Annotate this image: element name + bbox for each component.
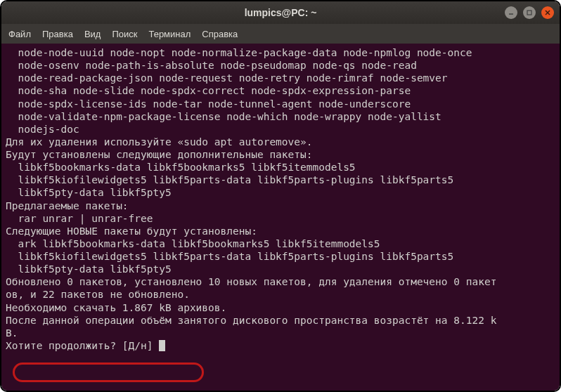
terminal-line: node-node-uuid node-nopt node-normalize-… (6, 46, 555, 59)
menu-terminal[interactable]: Терминал (148, 29, 191, 39)
terminal-line: ark libkf5bookmarks-data libkf5bookmarks… (6, 237, 555, 250)
terminal-line: libkf5kiofilewidgets5 libkf5parts-data l… (6, 174, 555, 186)
terminal-line: Предлагаемые пакеты: (6, 200, 555, 212)
terminal-line: libkf5bookmarks-data libkf5bookmarks5 li… (6, 161, 555, 174)
terminal-line: node-validate-npm-package-license node-w… (6, 110, 555, 123)
prompt-line: Хотите продолжить? [Д/н] (6, 340, 159, 351)
terminal-line: libkf5pty-data libkf5pty5 (6, 263, 555, 275)
menu-file[interactable]: Файл (8, 29, 31, 39)
menubar: Файл Правка Вид Поиск Терминал Справка (1, 24, 560, 44)
terminal-line: Обновлено 0 пакетов, установлено 10 новы… (6, 275, 555, 288)
titlebar: lumpics@PC: ~ (1, 1, 560, 24)
terminal-line: node-read-package-json node-request node… (6, 72, 555, 84)
minimize-icon (508, 9, 515, 16)
svg-rect-1 (527, 11, 531, 15)
terminal-output[interactable]: node-node-uuid node-nopt node-normalize-… (1, 44, 560, 391)
terminal-line: Следующие НОВЫЕ пакеты будут установлены… (6, 225, 555, 237)
terminal-line: B. (6, 327, 555, 339)
terminal-line: После данной операции объём занятого дис… (6, 314, 555, 327)
window-title: lumpics@PC: ~ (245, 7, 317, 18)
terminal-line: Для их удаления используйте «sudo apt au… (6, 136, 555, 148)
cursor (159, 340, 165, 351)
terminal-line: nodejs-doc (6, 123, 555, 136)
terminal-line: node-osenv node-path-is-absolute node-ps… (6, 59, 555, 72)
terminal-line: Будут установлены следующие дополнительн… (6, 148, 555, 161)
terminal-window: lumpics@PC: ~ Файл Правка Вид Поиск Терм… (1, 1, 560, 391)
menu-help[interactable]: Справка (202, 29, 238, 39)
maximize-button[interactable] (523, 6, 536, 19)
maximize-icon (526, 9, 533, 16)
terminal-line: ов, и 22 пакетов не обновлено. (6, 288, 555, 301)
menu-search[interactable]: Поиск (112, 29, 137, 39)
terminal-line: Необходимо скачать 1.867 kB архивов. (6, 301, 555, 314)
close-icon (544, 9, 551, 16)
terminal-line: rar unrar | unrar-free (6, 212, 555, 225)
close-button[interactable] (541, 6, 554, 19)
terminal-line: libkf5pty-data libkf5pty5 (6, 186, 555, 199)
window-controls (505, 6, 554, 19)
minimize-button[interactable] (505, 6, 517, 19)
menu-view[interactable]: Вид (84, 29, 101, 39)
terminal-line: node-spdx-license-ids node-tar node-tunn… (6, 98, 555, 110)
menu-edit[interactable]: Правка (42, 29, 73, 39)
terminal-line: node-sha node-slide node-spdx-correct no… (6, 84, 555, 97)
terminal-line: libkf5kiofilewidgets5 libkf5parts-data l… (6, 250, 555, 263)
